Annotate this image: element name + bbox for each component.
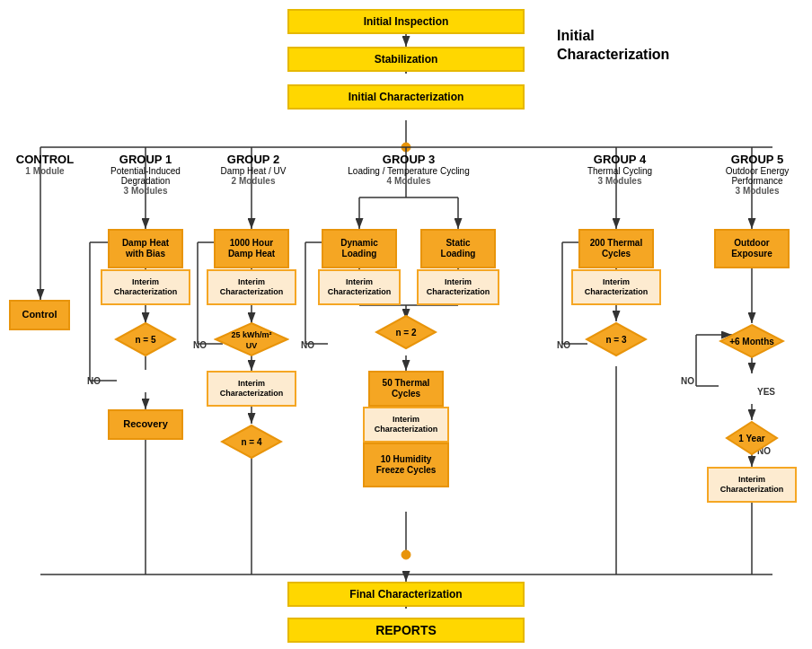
svg-text:n = 2: n = 2	[395, 328, 417, 338]
final-characterization-box: Final Characterization	[287, 582, 525, 607]
group2-diamond2: n = 4	[220, 424, 283, 460]
svg-text:NO: NO	[681, 376, 694, 386]
svg-text:25 kWh/m²: 25 kWh/m²	[231, 330, 271, 339]
group2-header: GROUP 2 Damp Heat / UV 2 Modules	[208, 153, 298, 186]
svg-text:n = 5: n = 5	[135, 335, 156, 345]
group3-thermal-cycles-box: 50 Thermal Cycles	[368, 371, 444, 407]
group4-interim1-box: Interim Characterization	[571, 269, 661, 305]
group3-humidity-freeze-box: 10 Humidity Freeze Cycles	[363, 443, 449, 487]
svg-text:NO: NO	[557, 340, 570, 350]
group4-header: GROUP 4 Thermal Cycling 3 Modules	[575, 153, 665, 186]
initial-characterization-label: Initial Characterization	[557, 27, 669, 65]
group3-dynamic-loading-box: Dynamic Loading	[322, 229, 397, 268]
initial-characterization-box: Initial Characterization	[287, 84, 525, 110]
svg-text:NO: NO	[87, 376, 101, 386]
group1-damp-heat-box: Damp Heat with Bias	[108, 229, 183, 268]
svg-point-47	[402, 550, 410, 559]
svg-text:n = 3: n = 3	[605, 335, 627, 345]
group1-header: GROUP 1 Potential-Induced Degradation 3 …	[101, 153, 190, 196]
group4-thermal-cycles-box: 200 Thermal Cycles	[578, 229, 654, 268]
reports-box: REPORTS	[287, 618, 525, 643]
group3-interim1-box: Interim Characterization	[318, 269, 401, 305]
svg-marker-71	[216, 323, 287, 355]
svg-text:UV: UV	[246, 341, 258, 350]
svg-text:NO: NO	[193, 340, 207, 350]
svg-point-5	[402, 143, 410, 152]
group3-interim2-box: Interim Characterization	[417, 269, 499, 305]
group2-diamond1: 25 kWh/m² UV	[214, 321, 289, 357]
initial-inspection-box: Initial Inspection	[287, 9, 525, 34]
group5-outdoor-exposure-box: Outdoor Exposure	[714, 229, 790, 268]
group2-damp-heat-box: 1000 Hour Damp Heat	[214, 229, 289, 268]
group1-recovery-box: Recovery	[108, 409, 183, 440]
group5-header: GROUP 5 Outdoor Energy Performance 3 Mod…	[712, 153, 802, 196]
svg-text:YES: YES	[757, 387, 775, 397]
control-box: Control	[9, 300, 70, 330]
group2-interim2-box: Interim Characterization	[207, 371, 296, 407]
group3-static-loading-box: Static Loading	[420, 229, 496, 268]
group1-interim1-box: Interim Characterization	[101, 269, 190, 305]
group3-interim3-box: Interim Characterization	[363, 407, 449, 443]
group5-diamond2: 1 Year	[725, 420, 779, 456]
diagram-container: NO NO NO	[0, 0, 812, 649]
svg-text:+6 Months: +6 Months	[729, 337, 774, 346]
control-header: CONTROL 1 Module	[9, 153, 81, 176]
stabilization-box: Stabilization	[287, 47, 525, 72]
svg-text:n = 4: n = 4	[241, 437, 262, 447]
group3-diamond: n = 2	[375, 314, 437, 350]
svg-text:NO: NO	[301, 340, 314, 350]
group3-header: GROUP 3 Loading / Temperature Cycling 4 …	[332, 153, 485, 186]
group5-diamond1: +6 Months	[719, 323, 785, 359]
svg-text:1 Year: 1 Year	[738, 434, 764, 443]
group4-diamond: n = 3	[585, 321, 648, 357]
group5-interim1-box: Interim Characterization	[707, 467, 797, 503]
group2-interim1-box: Interim Characterization	[207, 269, 296, 305]
group1-diamond: n = 5	[114, 321, 177, 357]
